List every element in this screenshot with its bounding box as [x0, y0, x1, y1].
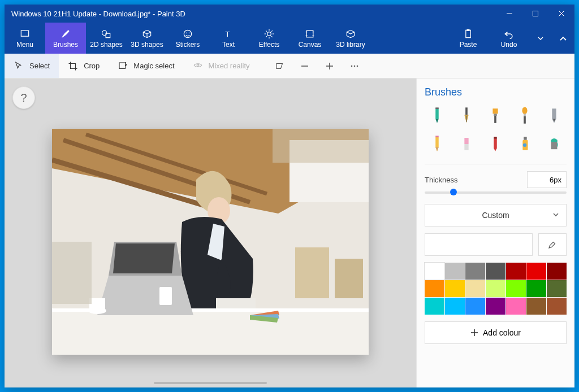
- sub-toolbar: Select Crop Magic select Mixed reality: [5, 54, 574, 79]
- side-panel: Brushes: [416, 79, 574, 387]
- svg-point-34: [354, 65, 356, 67]
- label-crop: Crop: [84, 62, 100, 70]
- eyedropper-button[interactable]: [538, 233, 567, 256]
- paste-button[interactable]: Paste: [448, 23, 489, 54]
- app-window: Windows 10 21H1 Update - Download.jpg* -…: [5, 5, 574, 387]
- svg-line-16: [266, 31, 267, 32]
- tab-menu[interactable]: Menu: [5, 23, 45, 54]
- colour-swatch[interactable]: [486, 263, 505, 280]
- svg-rect-57: [435, 108, 439, 119]
- svg-marker-76: [494, 139, 498, 151]
- svg-marker-72: [435, 147, 439, 151]
- thickness-control: Thickness 6px: [425, 171, 567, 188]
- svg-rect-43: [295, 247, 329, 298]
- panel-heading: Brushes: [425, 86, 567, 98]
- svg-rect-27: [119, 63, 126, 69]
- more-options-button[interactable]: [342, 54, 367, 78]
- close-button[interactable]: [548, 5, 574, 23]
- main-area: ?: [5, 79, 574, 387]
- colour-swatch[interactable]: [506, 280, 526, 297]
- brush-calligraphy-pen[interactable]: [454, 106, 479, 125]
- label-paste: Paste: [460, 41, 477, 49]
- colour-swatch[interactable]: [526, 298, 546, 315]
- select-tool[interactable]: Select: [5, 54, 59, 78]
- brush-fill[interactable]: [542, 134, 567, 154]
- material-dropdown[interactable]: Custom: [425, 204, 567, 227]
- svg-marker-52: [113, 243, 175, 273]
- tab-effects[interactable]: Effects: [249, 23, 290, 54]
- colour-swatch[interactable]: [506, 298, 526, 315]
- colour-swatch[interactable]: [445, 263, 465, 280]
- svg-marker-58: [435, 119, 439, 123]
- tab-stickers[interactable]: Stickers: [167, 23, 208, 54]
- colour-swatch[interactable]: [547, 263, 567, 280]
- brush-spray-can[interactable]: [512, 134, 537, 154]
- view-3d-button[interactable]: [267, 54, 292, 78]
- thickness-input[interactable]: 6px: [527, 171, 567, 188]
- brush-picker: [425, 106, 567, 154]
- colour-swatch[interactable]: [547, 280, 567, 297]
- colour-swatch[interactable]: [465, 263, 485, 280]
- label-select: Select: [29, 62, 50, 70]
- add-colour-button[interactable]: Add colour: [425, 321, 567, 344]
- tab-3d-shapes[interactable]: 3D shapes: [127, 23, 167, 54]
- svg-rect-75: [464, 144, 468, 150]
- tab-text[interactable]: T Text: [208, 23, 249, 54]
- svg-point-7: [184, 30, 191, 37]
- maximize-button[interactable]: [522, 5, 548, 23]
- brush-marker[interactable]: [425, 106, 450, 125]
- svg-rect-48: [52, 310, 369, 355]
- brush-eraser[interactable]: [454, 134, 479, 154]
- colour-swatch[interactable]: [425, 263, 444, 280]
- colour-swatch[interactable]: [486, 280, 505, 297]
- undo-button[interactable]: Undo: [489, 23, 529, 54]
- label-brushes: Brushes: [53, 41, 78, 49]
- canvas-area[interactable]: ?: [5, 79, 416, 387]
- label-canvas: Canvas: [299, 41, 322, 49]
- svg-rect-42: [273, 129, 369, 163]
- colour-swatch[interactable]: [547, 298, 567, 315]
- zoom-out-button[interactable]: [292, 54, 317, 78]
- ribbon: Menu Brushes 2D shapes 3D shapes Sticker…: [5, 23, 574, 54]
- svg-rect-59: [435, 107, 439, 109]
- tab-3d-library[interactable]: 3D library: [330, 23, 371, 54]
- colour-swatch[interactable]: [526, 263, 546, 280]
- label-3d-shapes: 3D shapes: [131, 41, 163, 49]
- brush-pixel-pen[interactable]: [542, 106, 567, 125]
- colour-swatch[interactable]: [486, 298, 505, 315]
- minimize-button[interactable]: [496, 5, 522, 23]
- help-icon: ?: [20, 92, 27, 104]
- canvas-image[interactable]: [52, 129, 369, 355]
- svg-point-33: [351, 65, 353, 67]
- current-colour[interactable]: [425, 233, 533, 256]
- colour-swatch[interactable]: [465, 298, 485, 315]
- history-dropdown[interactable]: [529, 23, 552, 54]
- svg-rect-73: [435, 136, 439, 137]
- crop-tool[interactable]: Crop: [59, 54, 109, 78]
- brush-crayon[interactable]: [483, 134, 508, 154]
- colour-swatch[interactable]: [506, 263, 526, 280]
- colour-swatch[interactable]: [425, 298, 444, 315]
- thickness-slider[interactable]: [425, 191, 567, 194]
- colour-swatch[interactable]: [445, 280, 465, 297]
- colour-swatch[interactable]: [526, 280, 546, 297]
- svg-rect-74: [464, 138, 468, 144]
- colour-swatch[interactable]: [465, 280, 485, 297]
- colour-swatch[interactable]: [425, 280, 444, 297]
- brush-pencil[interactable]: [425, 134, 450, 154]
- svg-rect-79: [524, 137, 527, 140]
- svg-point-9: [189, 32, 190, 33]
- tab-canvas[interactable]: Canvas: [290, 23, 330, 54]
- slider-thumb[interactable]: [450, 189, 457, 195]
- magic-select-tool[interactable]: Magic select: [109, 54, 183, 78]
- colour-swatch[interactable]: [445, 298, 465, 315]
- horizontal-scrollbar[interactable]: [154, 382, 267, 384]
- tab-2d-shapes[interactable]: 2D shapes: [86, 23, 127, 54]
- svg-line-17: [271, 36, 273, 37]
- tab-brushes[interactable]: Brushes: [45, 23, 86, 54]
- brush-oil[interactable]: [483, 106, 508, 125]
- zoom-in-button[interactable]: [317, 54, 342, 78]
- help-button[interactable]: ?: [12, 86, 35, 109]
- brush-watercolour[interactable]: [512, 106, 537, 125]
- collapse-ribbon-button[interactable]: [552, 23, 574, 54]
